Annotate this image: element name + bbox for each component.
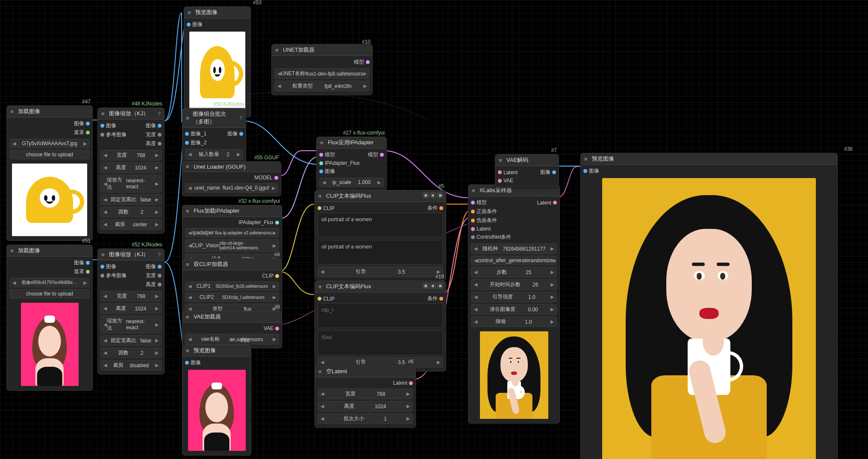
steps-widget[interactable]: ◀步数25▶ <box>471 267 557 278</box>
port-ipadapter-out[interactable] <box>275 221 279 225</box>
help-icon[interactable]: ? <box>239 115 242 121</box>
port-latent-out[interactable] <box>553 201 557 205</box>
width-widget[interactable]: ◀宽度768▶ <box>318 389 413 399</box>
node-preview-image-final[interactable]: #36 ≡预览图像 图像 <box>580 153 838 459</box>
file-picker[interactable]: ◀图像e059c41797ec48d06ede2be9dda6.jpg▶ <box>9 278 90 287</box>
port-image-out[interactable] <box>158 124 162 128</box>
chevron-right-icon[interactable]: ▶ <box>83 280 87 286</box>
pin-icon[interactable]: ▣ <box>437 192 443 198</box>
node-load-image-2[interactable]: #51 ≡加载图像 图像 遮罩 ◀图像e059c41797ec48d06ede2… <box>6 245 93 391</box>
port-cond-out[interactable] <box>439 206 443 210</box>
port-clip-out[interactable] <box>275 274 279 278</box>
pin-icon[interactable]: ▣ <box>437 283 443 289</box>
node-flux-apply-ipadapter[interactable]: #27 x-flux-comfyui ≡Flux应用IPAdapter 模型模型… <box>316 137 387 191</box>
height-widget[interactable]: ◀高度1024▶ <box>318 401 413 412</box>
port-latent-out[interactable] <box>409 381 413 385</box>
port-latent-in[interactable] <box>498 170 502 174</box>
port-image-in[interactable] <box>100 124 104 128</box>
chevron-left-icon[interactable]: ◀ <box>12 141 16 146</box>
method-widget[interactable]: ◀缩放方法nearest-exact▶ <box>100 316 162 333</box>
node-image-resize-1[interactable]: #48 KJNodes ≡图像缩放（KJ）? 图像图像 参考图像宽度 高度 ◀宽… <box>97 108 165 234</box>
port-ref-in[interactable] <box>100 274 104 278</box>
prompt-t5[interactable]: oil portrait of a women <box>318 240 443 265</box>
port-mask[interactable] <box>86 270 90 274</box>
port-ref-in[interactable] <box>100 133 104 137</box>
port-image2-in[interactable] <box>185 141 189 145</box>
port-image-in[interactable] <box>583 169 587 173</box>
ipadapter-name-widget[interactable]: ◀ipadatperflux-ip-adapter-v2.safetensors… <box>185 228 279 237</box>
port-w-out[interactable] <box>158 274 162 278</box>
choose-file-button[interactable]: choose file to upload <box>9 289 90 298</box>
port-image1-in[interactable] <box>185 132 189 136</box>
node-preview-image-2[interactable]: #54 ≡预览图像 图像 <box>182 345 251 456</box>
bypass-icon[interactable]: ◉ <box>430 192 436 198</box>
node-xlabs-sampler[interactable]: ≡XLabs采样器 模型Latent 正面条件 负面条件 Latent Cont… <box>468 184 560 424</box>
weight-dtype-widget[interactable]: ◀权重类型fp8_e4m3fn▶ <box>274 81 370 91</box>
port-model-out[interactable] <box>274 176 278 180</box>
crop-widget[interactable]: ◀裁剪center▶ <box>100 219 162 230</box>
method-widget[interactable]: ◀缩放方法nearest-exact▶ <box>100 175 162 193</box>
port-vae-out[interactable] <box>275 327 279 330</box>
port-cond-out[interactable] <box>439 297 443 301</box>
port-vae-in[interactable] <box>498 179 502 183</box>
port-model-out[interactable] <box>380 153 384 157</box>
prompt-clip-l[interactable]: oil portrait of a women <box>318 213 443 237</box>
port-model-out[interactable] <box>366 60 370 64</box>
mute-icon[interactable]: ▣ <box>423 192 429 198</box>
guidance-widget[interactable]: ◀引导3.5▶ <box>318 266 443 277</box>
divisor-widget[interactable]: ◀因数2▶ <box>100 348 162 358</box>
node-unet-loader-gguf[interactable]: #55 GGUF ≡Unet Loader (GGUF) MODEL ◀unet… <box>182 161 281 196</box>
height-widget[interactable]: ◀高度1024▶ <box>100 162 162 173</box>
prompt-clip-l[interactable]: clip_l <box>318 303 443 328</box>
node-vae-loader[interactable]: #8 ≡VAE加载器 VAE ◀vae名称ae.safetensors▶ <box>182 311 282 348</box>
vae-name-widget[interactable]: ◀vae名称ae.safetensors▶ <box>185 334 279 345</box>
width-widget[interactable]: ◀宽度768▶ <box>100 150 162 161</box>
clip-vision-widget[interactable]: ◀CLIP_Visionclip-vit-large-patch14.safet… <box>185 239 279 252</box>
ip-scale-widget[interactable]: ◀ip_scale1.000▶ <box>319 178 384 187</box>
chevron-right-icon[interactable]: ▶ <box>83 141 87 146</box>
node-clip-text-encode-flux-pos[interactable]: #5 ≡CLIP文本编码Flux ▣◉▣ CLIP条件 oil portrait… <box>315 190 446 281</box>
guidance-strength-widget[interactable]: ◀引导强度1.0▶ <box>471 292 557 302</box>
latent-strength-widget[interactable]: ◀潜在图像度0.00▶ <box>471 304 557 315</box>
seed-widget[interactable]: ◀随机种782649881291177▶ <box>471 243 557 254</box>
prompt-t5[interactable]: t5xxl <box>318 330 443 355</box>
divisor-widget[interactable]: ◀因数2▶ <box>100 207 162 217</box>
port-image-in[interactable] <box>100 265 104 269</box>
port-ipadapter-in[interactable] <box>319 161 323 165</box>
port-clip-in[interactable] <box>318 206 321 210</box>
unet-name-widget[interactable]: ◀UNET名称flux1-dev-fp8.safetensors▶ <box>274 68 370 79</box>
batch-widget[interactable]: ◀批次大小1▶ <box>318 413 413 424</box>
port-latent-in[interactable] <box>471 227 475 231</box>
port-w-out[interactable] <box>158 133 162 137</box>
node-dual-clip-loader[interactable]: #4 ≡双CLIP加载器 CLIP ◀CLIP1SD3\t5xxl_fp16.s… <box>182 258 282 318</box>
node-empty-latent[interactable]: #6 ≡空Latent Latent ◀宽度768▶ ◀高度1024▶ ◀批次大… <box>315 365 416 428</box>
help-icon[interactable]: ? <box>158 251 161 258</box>
gguf-name-widget[interactable]: ◀unet_nameflux1-dev-Q4_0.gguf▶ <box>185 183 278 193</box>
keep-ratio-widget[interactable]: ◀固定宽高比false▶ <box>100 194 162 205</box>
port-image[interactable] <box>86 122 90 126</box>
port-image-in[interactable] <box>319 170 323 173</box>
crop-widget[interactable]: ◀裁剪disabled▶ <box>100 360 162 371</box>
clip2-widget[interactable]: ◀CLIP2SD3\clip_l.safetensors▶ <box>185 292 279 302</box>
port-model-in[interactable] <box>471 201 475 205</box>
control-after-generate-widget[interactable]: ◀control_after_generaterandomize▶ <box>471 256 557 265</box>
choose-file-button[interactable]: choose file to upload <box>9 150 90 159</box>
port-mask[interactable] <box>86 131 90 134</box>
height-widget[interactable]: ◀高度1024▶ <box>100 303 162 314</box>
port-h-out[interactable] <box>158 283 162 287</box>
width-widget[interactable]: ◀宽度768▶ <box>100 291 162 301</box>
node-image-resize-2[interactable]: #52 KJNodes ≡图像缩放（KJ）? 图像图像 参考图像宽度 高度 ◀宽… <box>97 249 165 374</box>
help-icon[interactable]: ? <box>158 111 161 117</box>
port-clip-in[interactable] <box>318 297 321 301</box>
port-model-in[interactable] <box>319 153 323 157</box>
port-negative-in[interactable] <box>471 219 475 222</box>
port-image-out[interactable] <box>552 170 556 174</box>
input-count-widget[interactable]: ◀输入数量2▶ <box>185 149 243 160</box>
port-image[interactable] <box>86 261 90 265</box>
node-graph-canvas[interactable]: #47 ≡加载图像 图像 遮罩 ◀GTy5vXdWAAAAvsT.jpg▶ ch… <box>0 0 868 459</box>
port-image-out[interactable] <box>158 265 162 269</box>
port-positive-in[interactable] <box>471 210 475 213</box>
bypass-icon[interactable]: ◉ <box>430 283 436 289</box>
port-image-in[interactable] <box>185 361 189 365</box>
port-h-out[interactable] <box>158 142 162 146</box>
